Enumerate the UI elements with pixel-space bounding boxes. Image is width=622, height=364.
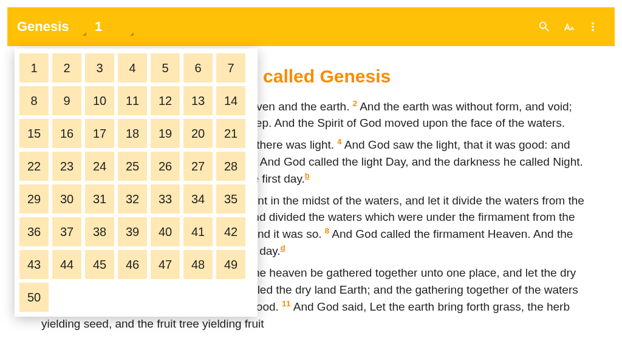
chapter-cell[interactable]: 27 (183, 152, 213, 181)
chapter-cell[interactable]: 15 (19, 119, 49, 148)
chapter-cell[interactable]: 2 (52, 53, 81, 83)
chapter-cell[interactable]: 37 (52, 217, 81, 246)
chapter-cell[interactable]: 9 (52, 86, 81, 115)
chapter-cell[interactable]: 14 (216, 86, 245, 115)
chapter-cell[interactable]: 20 (183, 119, 213, 148)
chapter-cell[interactable]: 32 (118, 184, 147, 214)
chapter-cell[interactable]: 41 (183, 217, 213, 246)
chapter-picker-popup: 1234567891011121314151617181920212223242… (15, 49, 258, 317)
chapter-cell[interactable]: 3 (85, 53, 114, 83)
chapter-cell[interactable]: 50 (19, 283, 49, 312)
dropdown-indicator-icon (83, 32, 86, 36)
book-selector[interactable]: Genesis (17, 19, 90, 35)
chapter-cell[interactable]: 26 (151, 152, 180, 181)
more-button[interactable] (581, 15, 605, 39)
chapter-cell[interactable]: 29 (19, 184, 49, 214)
font-settings-button[interactable] (556, 15, 581, 39)
verse-number[interactable]: 4 (337, 137, 341, 146)
chapter-label: 1 (95, 19, 102, 34)
chapter-cell[interactable]: 22 (19, 152, 49, 181)
search-button[interactable] (532, 15, 556, 39)
chapter-cell[interactable]: 21 (216, 119, 245, 148)
appbar: Genesis 1 (7, 7, 615, 46)
chapter-cell[interactable]: 1 (19, 53, 49, 83)
chapter-cell[interactable]: 47 (151, 250, 180, 279)
chapter-cell[interactable]: 40 (151, 217, 180, 246)
chapter-cell[interactable]: 10 (85, 86, 114, 115)
chapter-cell[interactable]: 11 (118, 86, 147, 115)
chapter-cell[interactable]: 28 (216, 152, 245, 181)
search-icon (538, 20, 551, 33)
chapter-cell[interactable]: 17 (85, 119, 114, 148)
chapter-cell[interactable]: 7 (216, 53, 245, 83)
chapter-cell[interactable]: 25 (118, 152, 147, 181)
chapter-cell[interactable]: 46 (118, 250, 147, 279)
chapter-cell[interactable]: 6 (183, 53, 213, 83)
chapter-cell[interactable]: 23 (52, 152, 81, 181)
footnote-link[interactable]: b (305, 171, 310, 180)
font-icon (561, 19, 576, 34)
chapter-cell[interactable]: 33 (151, 184, 180, 214)
verse-number[interactable]: 2 (353, 99, 357, 108)
chapter-cell[interactable]: 35 (216, 184, 245, 214)
chapter-cell[interactable]: 34 (183, 184, 213, 214)
chapter-cell[interactable]: 45 (85, 250, 114, 279)
chapter-cell[interactable]: 12 (151, 86, 180, 115)
footnote-link[interactable]: d (281, 243, 285, 252)
chapter-cell[interactable]: 30 (52, 184, 81, 214)
verse-number[interactable]: 11 (282, 299, 290, 308)
chapter-cell[interactable]: 4 (118, 53, 147, 83)
chapter-cell[interactable]: 19 (151, 119, 180, 148)
chapter-cell[interactable]: 18 (118, 119, 147, 148)
chapter-cell[interactable]: 38 (85, 217, 114, 246)
verse-number[interactable]: 8 (325, 226, 329, 235)
chapter-cell[interactable]: 31 (85, 184, 114, 214)
chapter-cell[interactable]: 24 (85, 152, 114, 181)
chapter-cell[interactable]: 13 (183, 86, 213, 115)
chapter-cell[interactable]: 44 (52, 250, 81, 279)
chapter-cell[interactable]: 5 (151, 53, 180, 83)
chapter-cell[interactable]: 48 (183, 250, 213, 279)
chapter-cell[interactable]: 39 (118, 217, 147, 246)
chapter-cell[interactable]: 43 (19, 250, 49, 279)
more-vert-icon (586, 20, 600, 33)
chapter-grid: 1234567891011121314151617181920212223242… (19, 53, 253, 312)
chapter-selector[interactable]: 1 (95, 19, 131, 35)
book-label: Genesis (17, 19, 69, 34)
chapter-cell[interactable]: 42 (216, 217, 245, 246)
chapter-cell[interactable]: 49 (216, 250, 245, 279)
chapter-cell[interactable]: 36 (19, 217, 49, 246)
dropdown-indicator-icon (130, 32, 134, 36)
chapter-cell[interactable]: 8 (19, 86, 49, 115)
chapter-cell[interactable]: 16 (52, 119, 81, 148)
